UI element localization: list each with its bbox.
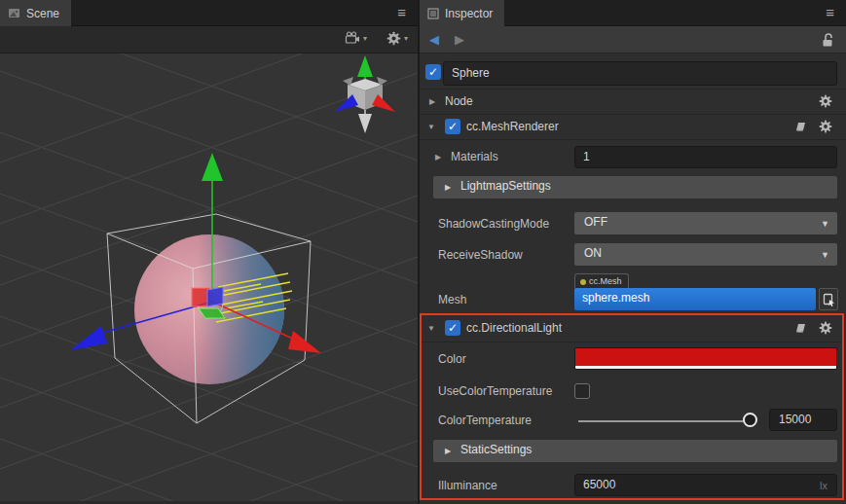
mesh-renderer-expand-icon[interactable]: ▼ xyxy=(427,123,435,131)
history-forward-button[interactable]: ▶ xyxy=(455,32,464,47)
mesh-badge-label: cc.Mesh xyxy=(589,276,622,286)
mesh-type-badge: cc.Mesh xyxy=(574,273,629,288)
use-color-temperature-checkbox[interactable] xyxy=(574,383,590,399)
inspector-tab-label: Inspector xyxy=(445,7,493,20)
directional-light-header[interactable]: ▼ ✓ cc.DirectionalLight xyxy=(420,316,846,342)
scene-viewport[interactable] xyxy=(0,54,418,501)
directional-light-enabled-checkbox[interactable]: ✓ xyxy=(445,320,460,336)
inspector-nav-row: ◀ ▶ xyxy=(420,26,846,54)
color-temperature-slider-knob[interactable] xyxy=(743,413,757,427)
color-swatch-rgb xyxy=(575,348,836,366)
receive-shadow-row: ReceiveShadow ON ▼ xyxy=(420,243,846,269)
scene-panel: Scene ≡ ▾ ▾ xyxy=(0,0,418,504)
gizmo-plane-handle-blue[interactable] xyxy=(207,287,223,306)
scene-panel-menu-icon[interactable]: ≡ xyxy=(397,4,406,20)
chevron-down-icon: ▼ xyxy=(821,219,829,229)
camera-dropdown-button[interactable]: ▾ xyxy=(345,31,367,45)
mesh-renderer-label: cc.MeshRenderer xyxy=(466,120,559,133)
static-settings-row: ▶ StaticSettings xyxy=(420,440,846,465)
materials-row: ▶ Materials 1 xyxy=(420,145,846,170)
use-color-temperature-label: UseColorTemperature xyxy=(438,384,552,398)
directional-light-help-book-icon[interactable] xyxy=(793,321,807,335)
scene-settings-caret: ▾ xyxy=(404,34,408,43)
history-back-button[interactable]: ◀ xyxy=(429,32,439,47)
editor-window: Scene ≡ ▾ ▾ xyxy=(0,0,846,504)
chevron-down-icon: ▼ xyxy=(821,250,829,260)
mesh-renderer-settings-gear-icon[interactable] xyxy=(819,120,832,133)
mesh-renderer-header[interactable]: ▼ ✓ cc.MeshRenderer xyxy=(420,115,846,140)
color-temperature-label: ColorTemperature xyxy=(438,414,532,427)
static-settings-header[interactable]: ▶ StaticSettings xyxy=(433,440,837,462)
static-settings-expand-icon[interactable]: ▶ xyxy=(445,447,451,455)
orientation-axis-down[interactable] xyxy=(358,114,372,133)
node-expand-icon[interactable]: ▶ xyxy=(429,97,435,106)
node-active-checkbox[interactable]: ✓ xyxy=(425,64,441,80)
node-section-header[interactable]: ▶ Node xyxy=(420,90,846,115)
directional-light-expand-icon[interactable]: ▼ xyxy=(427,324,435,333)
tab-inspector[interactable]: Inspector xyxy=(420,0,504,26)
illuminance-value: 65000 xyxy=(583,478,615,491)
inspector-tab-icon xyxy=(427,8,439,19)
illuminance-unit: lx xyxy=(820,480,828,491)
tab-scene[interactable]: Scene xyxy=(0,0,71,26)
gear-icon xyxy=(386,31,401,46)
receive-shadow-select[interactable]: ON ▼ xyxy=(574,243,837,266)
orientation-gizmo[interactable] xyxy=(335,55,395,133)
mesh-row: Mesh cc.Mesh sphere.mesh xyxy=(420,288,846,311)
static-settings-label: StaticSettings xyxy=(460,443,532,456)
separator xyxy=(420,342,844,342)
shadow-casting-label: ShadowCastingMode xyxy=(438,217,549,231)
materials-label: Materials xyxy=(451,150,498,163)
inspector-tabbar: Inspector ≡ xyxy=(420,0,846,26)
materials-expand-icon[interactable]: ▶ xyxy=(435,153,441,162)
node-settings-gear-icon[interactable] xyxy=(819,94,832,108)
scene-tab-label: Scene xyxy=(26,7,59,20)
color-temperature-value-input[interactable]: 15000 xyxy=(769,409,837,431)
scene-toolbar: ▾ ▾ xyxy=(0,26,418,54)
directional-light-label: cc.DirectionalLight xyxy=(466,321,562,335)
scene-gizmo-settings-button[interactable]: ▾ xyxy=(386,31,408,46)
inspector-panel: Inspector ≡ ◀ ▶ ✓ Sphere ▶ Node xyxy=(420,0,846,504)
lightmap-expand-icon[interactable]: ▶ xyxy=(445,183,451,192)
shadow-casting-row: ShadowCastingMode OFF ▼ xyxy=(420,212,846,237)
node-name-input[interactable]: Sphere xyxy=(443,61,837,86)
mesh-asset-field[interactable]: sphere.mesh xyxy=(574,288,816,310)
directional-light-settings-gear-icon[interactable] xyxy=(819,321,832,335)
use-color-temperature-row: UseColorTemperature xyxy=(420,379,846,405)
illuminance-label: Illuminance xyxy=(438,479,497,492)
asset-type-dot-icon xyxy=(580,279,586,285)
scene-tabbar: Scene ≡ xyxy=(0,0,418,26)
scene-tab-icon xyxy=(8,7,20,19)
separator xyxy=(420,139,846,140)
color-swatch-alpha-bar xyxy=(575,366,836,370)
receive-shadow-label: ReceiveShadow xyxy=(438,248,523,262)
camera-icon xyxy=(345,31,360,45)
mesh-renderer-enabled-checkbox[interactable]: ✓ xyxy=(445,119,460,134)
illuminance-row: Illuminance 65000 lx xyxy=(420,474,846,499)
illuminance-input[interactable]: 65000 lx xyxy=(574,474,837,496)
color-temperature-slider-track[interactable] xyxy=(578,420,756,422)
mesh-asset-picker-button[interactable] xyxy=(819,288,838,310)
light-color-swatch[interactable] xyxy=(574,347,837,370)
mesh-renderer-help-book-icon[interactable] xyxy=(793,120,807,133)
lock-icon[interactable] xyxy=(821,32,835,48)
receive-shadow-value: ON xyxy=(584,246,602,260)
shadow-casting-value: OFF xyxy=(584,215,607,229)
lightmap-settings-row: ▶ LightmapSettings xyxy=(420,176,846,201)
lightmap-settings-header[interactable]: ▶ LightmapSettings xyxy=(433,176,837,198)
inspector-panel-menu-icon[interactable]: ≡ xyxy=(826,4,834,20)
node-name-row: ✓ Sphere xyxy=(420,59,846,87)
mesh-label: Mesh xyxy=(438,293,466,306)
shadow-casting-select[interactable]: OFF ▼ xyxy=(574,212,837,234)
orientation-axis-y[interactable] xyxy=(357,55,373,77)
light-color-label: Color xyxy=(438,352,466,366)
light-color-row: Color xyxy=(420,347,846,373)
materials-count-input[interactable]: 1 xyxy=(574,146,837,168)
node-section-label: Node xyxy=(445,94,473,108)
lightmap-settings-label: LightmapSettings xyxy=(460,179,551,193)
color-temperature-row: ColorTemperature 15000 xyxy=(420,409,846,434)
camera-dropdown-caret: ▾ xyxy=(363,34,367,43)
